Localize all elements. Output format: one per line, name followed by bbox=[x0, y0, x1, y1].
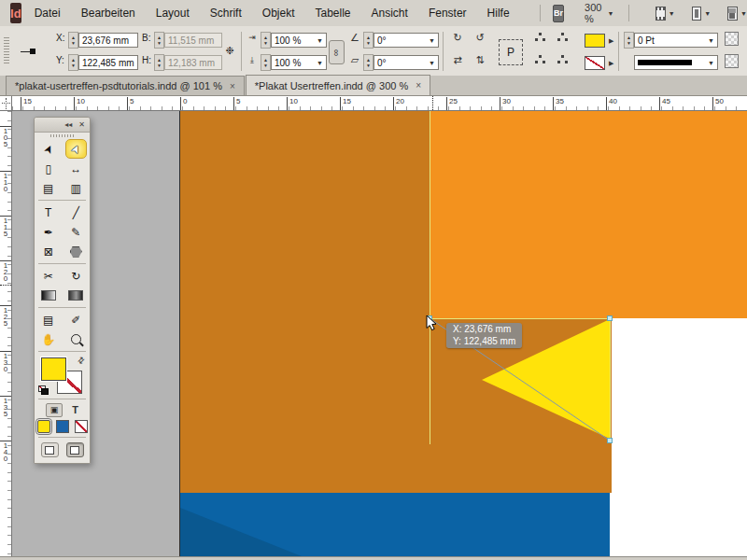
opacity-icon[interactable] bbox=[725, 54, 739, 68]
menu-schrift[interactable]: Schrift bbox=[210, 7, 242, 20]
workspace-switcher-icon[interactable] bbox=[727, 7, 738, 21]
bridge-button[interactable]: Br bbox=[553, 5, 564, 22]
rotate-ccw-icon[interactable]: ↺ bbox=[472, 30, 487, 45]
stroke-flyout-arrow[interactable]: ▶ bbox=[609, 60, 613, 67]
reference-point-proxy[interactable] bbox=[21, 49, 37, 54]
default-fill-stroke-icon[interactable] bbox=[38, 385, 49, 395]
line-tool[interactable]: ╱ bbox=[63, 203, 91, 222]
apply-color-yellow[interactable] bbox=[37, 420, 50, 433]
tools-panel-header[interactable]: ◂◂ ✕ bbox=[35, 118, 90, 133]
apply-color-blue[interactable] bbox=[56, 420, 69, 433]
zoom-level-dropdown[interactable]: 300 % ▼ bbox=[585, 2, 613, 24]
polygon-tool[interactable] bbox=[63, 242, 91, 261]
select-prev-object-icon[interactable] bbox=[555, 30, 570, 45]
menu-bearbeiten[interactable]: Bearbeiten bbox=[81, 7, 135, 20]
select-content-icon[interactable] bbox=[532, 52, 547, 67]
horizontal-ruler[interactable]: 1510505101520253035404550 bbox=[12, 96, 747, 111]
select-next-object-icon[interactable] bbox=[555, 52, 570, 67]
anchor-top-right[interactable] bbox=[608, 316, 613, 321]
y-stepper[interactable]: ▲▼ bbox=[68, 54, 78, 71]
height-stepper[interactable]: ▲▼ bbox=[154, 54, 164, 71]
gradient-feather-tool[interactable] bbox=[63, 286, 91, 305]
content-placer-tool[interactable]: ▥ bbox=[63, 178, 91, 198]
panel-drag-grip[interactable] bbox=[35, 133, 90, 139]
menu-tabelle[interactable]: Tabelle bbox=[315, 7, 350, 20]
document-tab-1[interactable]: *plakat-usertreffen-psdtutorials.indd @ … bbox=[6, 76, 245, 95]
shear-field[interactable]: 0°▼ bbox=[374, 55, 439, 70]
y-field[interactable]: 122,485 mm bbox=[78, 55, 138, 70]
formatting-affects-text-button[interactable]: T bbox=[72, 404, 78, 415]
note-tool[interactable]: ▤ bbox=[35, 310, 63, 329]
bright-orange-rectangle[interactable] bbox=[430, 111, 747, 318]
menu-datei[interactable]: Datei bbox=[35, 7, 61, 20]
chevron-down-icon[interactable]: ▼ bbox=[669, 10, 675, 17]
menu-objekt[interactable]: Objekt bbox=[262, 7, 295, 20]
type-tool[interactable]: T bbox=[35, 203, 63, 222]
stroke-weight-stepper[interactable]: ▲▼ bbox=[624, 32, 634, 49]
scale-y-field[interactable]: 100 %▼ bbox=[271, 55, 327, 70]
mini-bridge-icon[interactable] bbox=[655, 7, 666, 21]
fill-color-swatch[interactable] bbox=[585, 34, 605, 48]
rotation-stepper[interactable]: ▲▼ bbox=[363, 32, 374, 49]
object-effects-icon[interactable] bbox=[725, 32, 739, 46]
menu-fenster[interactable]: Fenster bbox=[429, 7, 467, 20]
constrain-scale-link-icon[interactable]: ∞ bbox=[329, 40, 345, 64]
fill-indicator-yellow[interactable] bbox=[41, 357, 66, 381]
content-collector-tool[interactable]: ▤ bbox=[35, 178, 63, 198]
width-stepper[interactable]: ▲▼ bbox=[154, 32, 164, 49]
free-transform-tool[interactable]: ↻ bbox=[63, 266, 91, 286]
formatting-affects-container-button[interactable]: ▣ bbox=[46, 403, 63, 417]
height-field[interactable]: 12,183 mm bbox=[164, 55, 222, 70]
x-stepper[interactable]: ▲▼ bbox=[68, 32, 78, 49]
rotation-field[interactable]: 0°▼ bbox=[374, 33, 439, 48]
eyedropper-tool[interactable]: ✐ bbox=[63, 310, 91, 329]
stroke-type-field[interactable]: ▼ bbox=[634, 55, 718, 70]
scale-x-stepper[interactable]: ▲▼ bbox=[261, 32, 271, 49]
document-canvas[interactable] bbox=[12, 111, 747, 556]
x-field[interactable]: 23,676 mm bbox=[78, 33, 138, 48]
scale-x-field[interactable]: 100 %▼ bbox=[271, 33, 327, 48]
menu-hilfe[interactable]: Hilfe bbox=[487, 7, 510, 20]
tab-close-icon[interactable]: × bbox=[416, 80, 421, 91]
panel-grip[interactable] bbox=[4, 37, 9, 65]
select-container-icon[interactable] bbox=[532, 30, 547, 45]
pen-tool[interactable]: ✒ bbox=[35, 222, 63, 242]
apply-color-none[interactable] bbox=[75, 420, 88, 433]
preview-view-button[interactable] bbox=[66, 442, 84, 457]
tab-close-icon[interactable]: × bbox=[230, 81, 235, 91]
anchor-bottom-right[interactable] bbox=[608, 439, 613, 443]
zoom-tool[interactable] bbox=[63, 329, 91, 349]
vertical-ruler[interactable]: 105110115120125130135140 bbox=[0, 111, 12, 556]
hand-tool[interactable]: ✋ bbox=[35, 329, 63, 349]
fill-flyout-arrow[interactable]: ▶ bbox=[609, 37, 613, 45]
screen-mode-icon[interactable] bbox=[692, 7, 702, 21]
collapse-panel-icon[interactable]: ◂◂ bbox=[64, 120, 72, 129]
menu-layout[interactable]: Layout bbox=[156, 7, 190, 20]
flip-vertical-icon[interactable]: ⇅ bbox=[472, 52, 487, 67]
rectangle-frame-tool[interactable]: ⊠ bbox=[35, 242, 63, 261]
shear-stepper[interactable]: ▲▼ bbox=[363, 54, 374, 71]
flip-horizontal-icon[interactable]: ⇄ bbox=[450, 52, 465, 67]
chevron-down-icon[interactable]: ▼ bbox=[740, 10, 747, 17]
normal-view-button[interactable] bbox=[41, 442, 59, 457]
content-grabber-toggle[interactable]: P bbox=[499, 39, 523, 65]
gradient-swatch-tool[interactable] bbox=[35, 286, 63, 305]
document-tab-2[interactable]: *Plakat Usertreffen.indd @ 300 %× bbox=[246, 75, 430, 95]
pencil-tool[interactable]: ✎ bbox=[63, 222, 91, 242]
selection-tool[interactable]: ➤ bbox=[35, 139, 63, 159]
page-tool[interactable]: ▯ bbox=[35, 159, 63, 178]
rotate-cw-icon[interactable]: ↻ bbox=[450, 30, 465, 45]
constrain-proportions-icon[interactable]: ❉ bbox=[222, 43, 237, 58]
scale-y-stepper[interactable]: ▲▼ bbox=[261, 54, 271, 71]
chevron-down-icon[interactable]: ▼ bbox=[704, 10, 711, 17]
ruler-origin-box[interactable] bbox=[0, 96, 12, 111]
stroke-color-swatch[interactable] bbox=[585, 56, 605, 70]
gap-tool[interactable]: ↔ bbox=[63, 159, 91, 178]
menu-ansicht[interactable]: Ansicht bbox=[372, 7, 408, 20]
direct-selection-tool[interactable]: ➤ bbox=[63, 139, 91, 159]
scissors-tool[interactable]: ✂ bbox=[35, 266, 63, 286]
width-field[interactable]: 11,515 mm bbox=[164, 33, 222, 48]
swap-fill-stroke-icon[interactable]: ⇄ bbox=[76, 355, 87, 366]
close-panel-icon[interactable]: ✕ bbox=[78, 120, 85, 129]
stroke-weight-field[interactable]: 0 Pt▼ bbox=[634, 33, 718, 48]
